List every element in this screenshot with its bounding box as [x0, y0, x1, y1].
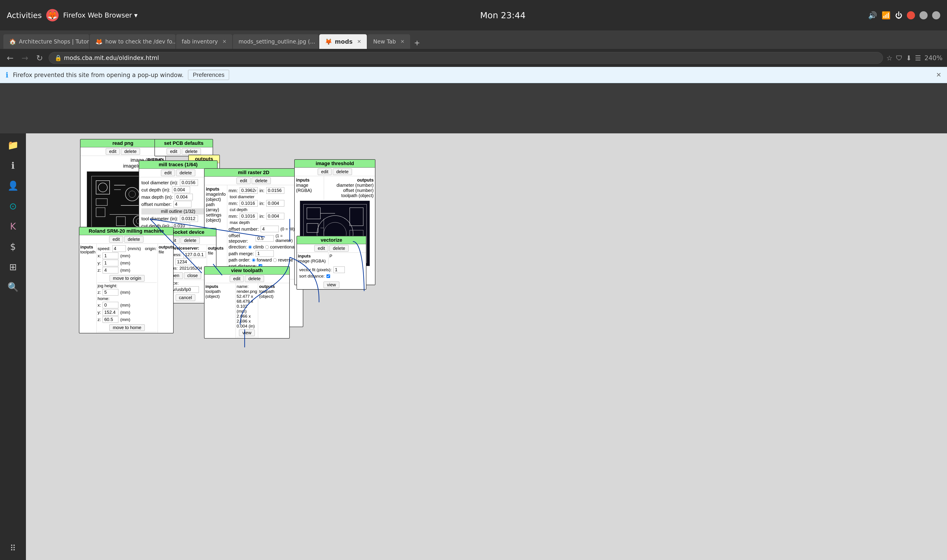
- img-threshold-edit-btn[interactable]: edit: [318, 169, 332, 175]
- tab-close3[interactable]: ✕: [222, 39, 227, 45]
- mr-mm3-input[interactable]: [240, 213, 258, 219]
- roland-edit-btn[interactable]: edit: [109, 236, 123, 243]
- minimize-button[interactable]: [932, 11, 940, 19]
- reverse-radio[interactable]: [273, 258, 277, 262]
- tab-newtab[interactable]: New Tab ✕: [367, 34, 410, 49]
- vec-sort-checkbox[interactable]: [327, 274, 330, 278]
- read-png-edit-btn[interactable]: edit: [106, 148, 120, 155]
- set-pcb-delete-btn[interactable]: delete: [182, 148, 201, 155]
- home-label-row: home:: [98, 296, 157, 301]
- info-close[interactable]: ✕: [936, 71, 941, 78]
- bookmark-icon[interactable]: ☆: [886, 54, 892, 62]
- vt-edit-btn[interactable]: edit: [230, 275, 244, 282]
- conventional-radio[interactable]: [265, 245, 269, 249]
- img-threshold-delete-btn[interactable]: delete: [333, 169, 352, 175]
- download-icon[interactable]: ⬇: [906, 54, 912, 62]
- sidebar-icon-grid[interactable]: ⊞: [5, 258, 22, 275]
- mr-input2: path (array): [206, 202, 226, 212]
- tool-diam-input[interactable]: [180, 179, 198, 186]
- back-button[interactable]: ←: [5, 52, 16, 64]
- move-to-origin-btn[interactable]: move to origin: [110, 275, 145, 282]
- mr-in3-input[interactable]: [266, 213, 284, 219]
- mill-raster-delete-btn[interactable]: delete: [251, 177, 271, 184]
- mill-raster-edit-btn[interactable]: edit: [236, 177, 250, 184]
- move-to-home-btn[interactable]: move to home: [110, 325, 145, 331]
- mr-row2: mm: in:: [229, 200, 295, 206]
- maximize-button[interactable]: [919, 11, 928, 19]
- close-button[interactable]: [907, 11, 915, 19]
- menu-icon[interactable]: ☰: [915, 54, 921, 62]
- vec-edit-btn[interactable]: edit: [314, 245, 328, 252]
- forward-radio[interactable]: [252, 258, 256, 262]
- tab-dev[interactable]: 🦊 how to check the /dev fo... ✕: [90, 34, 176, 49]
- forward-button[interactable]: →: [19, 52, 31, 64]
- ws-close-btn[interactable]: close: [184, 272, 201, 279]
- it-out2: offset (number): [325, 188, 373, 193]
- vec-delete-btn[interactable]: delete: [329, 245, 349, 252]
- sidebar-icon-kicad[interactable]: K: [5, 218, 22, 235]
- roland-hy-input[interactable]: [103, 309, 119, 315]
- sidebar-icon-person[interactable]: 👤: [5, 177, 22, 194]
- mr-in2-input[interactable]: [266, 200, 284, 206]
- roland-delete-btn[interactable]: delete: [124, 236, 143, 243]
- vec-inputs: inputs image (RGBA): [297, 253, 329, 265]
- mr-mm1-input[interactable]: [240, 187, 258, 194]
- refresh-button[interactable]: ↻: [34, 52, 45, 64]
- z-unit: (mm): [120, 268, 130, 273]
- mill-traces-edit-btn[interactable]: edit: [161, 169, 175, 176]
- activities-label[interactable]: Activities: [7, 11, 42, 20]
- sidebar-icon-terminal[interactable]: $: [5, 238, 22, 255]
- firefox-icon[interactable]: 🦊: [46, 9, 59, 22]
- ws-address-input[interactable]: [183, 251, 206, 258]
- volume-icon[interactable]: 🔊: [868, 11, 877, 20]
- roland-hz-input[interactable]: [103, 316, 119, 323]
- climb-radio[interactable]: [248, 245, 252, 249]
- new-tab-button[interactable]: +: [411, 37, 423, 49]
- roland-speed-input[interactable]: [112, 245, 126, 252]
- preferences-button[interactable]: Preferences: [188, 70, 229, 80]
- tab-close5[interactable]: ✕: [357, 39, 361, 45]
- info-message: Firefox prevented this site from opening…: [13, 72, 184, 78]
- cut-depth-input[interactable]: [172, 186, 190, 193]
- tab-fab[interactable]: fab inventory ✕: [176, 34, 232, 49]
- network-icon[interactable]: 📶: [882, 11, 891, 20]
- mr-input3: settings (object): [206, 212, 226, 223]
- tab-label6: New Tab: [373, 38, 396, 45]
- url-input[interactable]: 🔒 mods.cba.mit.edu/oldindex.html: [49, 52, 883, 64]
- tab-architecture[interactable]: 🏠 Architecture Shops | Tutoria... ✕: [3, 34, 89, 49]
- mr-mm2-input[interactable]: [240, 200, 258, 206]
- roland-hx-input[interactable]: [103, 302, 119, 308]
- roland-jog-input[interactable]: [103, 289, 119, 295]
- vec-fit-input[interactable]: [333, 266, 345, 273]
- mr-offset-input[interactable]: [261, 226, 279, 232]
- ws-cancel-btn[interactable]: cancel: [176, 294, 196, 301]
- ws-port-input[interactable]: [176, 258, 191, 265]
- tab-mods[interactable]: 🦊 mods ✕: [319, 34, 367, 49]
- roland-x-input[interactable]: [103, 252, 119, 259]
- sidebar-icon-info[interactable]: ℹ: [5, 157, 22, 174]
- roland-z-input[interactable]: [103, 267, 119, 274]
- path-merge-input[interactable]: [256, 250, 274, 257]
- roland-y-input[interactable]: [103, 260, 119, 266]
- mr-in1-input[interactable]: [266, 187, 284, 194]
- browser-name[interactable]: Firefox Web Browser ▾: [63, 11, 137, 19]
- power-icon[interactable]: ⏻: [895, 11, 902, 20]
- sidebar-icon-search[interactable]: 🔍: [5, 278, 22, 295]
- sidebar-icon-files[interactable]: 📁: [5, 137, 22, 154]
- vec-view-btn[interactable]: view: [324, 282, 339, 288]
- tab-mods-jpg[interactable]: mods_setting_outline.jpg (... ✕: [233, 34, 319, 49]
- ws-delete-btn[interactable]: delete: [180, 237, 200, 244]
- set-pcb-edit-btn[interactable]: edit: [167, 148, 180, 155]
- tool-diam2-input[interactable]: [180, 215, 198, 222]
- offset-num-input[interactable]: [173, 201, 191, 208]
- vt-delete-btn[interactable]: delete: [245, 275, 264, 282]
- vt-view-btn[interactable]: view: [239, 329, 255, 336]
- max-depth-input[interactable]: [175, 194, 193, 200]
- tab-close6[interactable]: ✕: [401, 39, 404, 45]
- mr-stepover-input[interactable]: [256, 235, 274, 242]
- read-png-delete-btn[interactable]: delete: [121, 148, 140, 155]
- sidebar-icon-apps[interactable]: ⠿: [5, 540, 22, 557]
- shield-icon[interactable]: 🛡: [896, 54, 902, 62]
- mill-traces-delete-btn[interactable]: delete: [176, 169, 195, 176]
- sidebar-icon-arduino[interactable]: ⊙: [5, 198, 22, 214]
